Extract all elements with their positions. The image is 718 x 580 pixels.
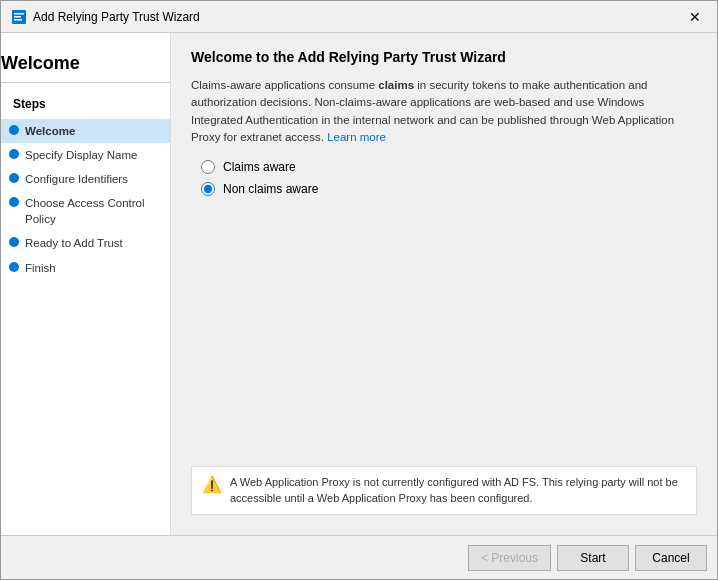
sidebar: Welcome Steps Welcome Specify Display Na…: [1, 33, 171, 535]
step-dot-identifiers: [9, 173, 19, 183]
warning-text: A Web Application Proxy is not currently…: [230, 475, 686, 506]
warning-bar: ⚠️ A Web Application Proxy is not curren…: [191, 466, 697, 515]
page-title: Welcome: [1, 43, 170, 82]
sidebar-item-welcome[interactable]: Welcome: [1, 119, 170, 143]
radio-label-non-claims-aware: Non claims aware: [223, 182, 318, 196]
step-dot-welcome: [9, 125, 19, 135]
wizard-icon: [11, 9, 27, 25]
main-title: Welcome to the Add Relying Party Trust W…: [191, 49, 697, 65]
main-description: Claims-aware applications consume claims…: [191, 77, 697, 146]
footer: < Previous Start Cancel: [1, 535, 717, 579]
step-dot-display-name: [9, 149, 19, 159]
svg-rect-2: [14, 16, 21, 18]
cancel-button[interactable]: Cancel: [635, 545, 707, 571]
radio-claims-aware[interactable]: [201, 160, 215, 174]
sidebar-divider: [1, 82, 170, 83]
radio-label-claims-aware: Claims aware: [223, 160, 296, 174]
sidebar-label-welcome: Welcome: [25, 123, 75, 139]
start-button[interactable]: Start: [557, 545, 629, 571]
radio-item-non-claims-aware[interactable]: Non claims aware: [201, 182, 697, 196]
close-button[interactable]: ✕: [683, 5, 707, 29]
dialog-window: Add Relying Party Trust Wizard ✕ Welcome…: [0, 0, 718, 580]
sidebar-label-access-control: Choose Access Control Policy: [25, 195, 162, 227]
description-text: Claims-aware applications consume claims…: [191, 79, 674, 143]
sidebar-item-finish[interactable]: Finish: [1, 256, 170, 280]
sidebar-item-ready[interactable]: Ready to Add Trust: [1, 231, 170, 255]
sidebar-heading: Steps: [1, 93, 170, 119]
radio-item-claims-aware[interactable]: Claims aware: [201, 160, 697, 174]
radio-non-claims-aware[interactable]: [201, 182, 215, 196]
spacer: [191, 212, 697, 466]
learn-more-link[interactable]: Learn more: [327, 131, 386, 143]
sidebar-item-configure-identifiers[interactable]: Configure Identifiers: [1, 167, 170, 191]
sidebar-item-specify-display-name[interactable]: Specify Display Name: [1, 143, 170, 167]
step-dot-finish: [9, 262, 19, 272]
sidebar-label-identifiers: Configure Identifiers: [25, 171, 128, 187]
title-bar-text: Add Relying Party Trust Wizard: [33, 10, 200, 24]
main-content: Welcome to the Add Relying Party Trust W…: [171, 33, 717, 535]
svg-rect-1: [14, 13, 24, 15]
previous-button[interactable]: < Previous: [468, 545, 551, 571]
step-dot-access-control: [9, 197, 19, 207]
svg-rect-3: [14, 19, 22, 21]
radio-group: Claims aware Non claims aware: [201, 160, 697, 196]
warning-icon: ⚠️: [202, 474, 222, 496]
step-dot-ready: [9, 237, 19, 247]
title-bar: Add Relying Party Trust Wizard ✕: [1, 1, 717, 33]
sidebar-label-finish: Finish: [25, 260, 56, 276]
dialog-body: Welcome Steps Welcome Specify Display Na…: [1, 33, 717, 535]
sidebar-item-access-control[interactable]: Choose Access Control Policy: [1, 191, 170, 231]
sidebar-label-ready: Ready to Add Trust: [25, 235, 123, 251]
sidebar-label-display-name: Specify Display Name: [25, 147, 137, 163]
title-bar-left: Add Relying Party Trust Wizard: [11, 9, 200, 25]
